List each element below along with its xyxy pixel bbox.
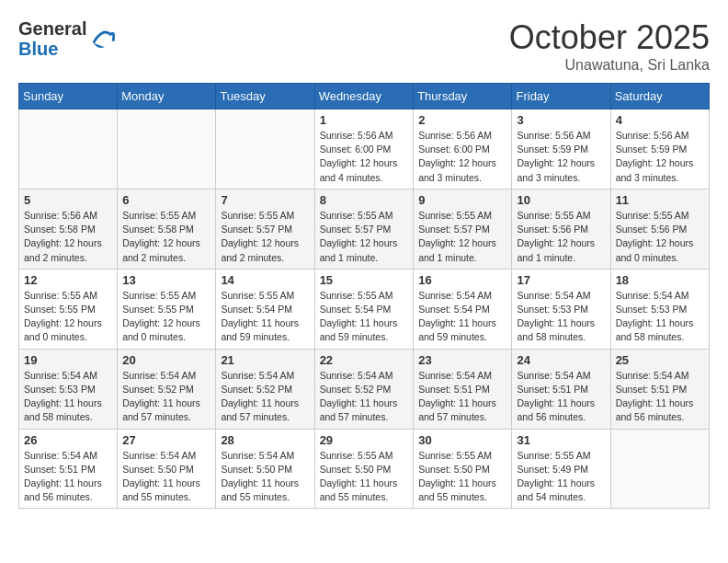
- title-block: October 2025 Unawatuna, Sri Lanka: [509, 18, 710, 74]
- cell-info: Sunrise: 5:55 AMSunset: 5:57 PMDaylight:…: [320, 209, 409, 265]
- day-number: 8: [320, 193, 409, 207]
- day-number: 18: [616, 273, 704, 287]
- calendar-cell: 26Sunrise: 5:54 AMSunset: 5:51 PMDayligh…: [19, 429, 118, 509]
- cell-info: Sunrise: 5:54 AMSunset: 5:53 PMDaylight:…: [616, 289, 704, 345]
- day-header-tuesday: Tuesday: [216, 84, 314, 109]
- cell-info: Sunrise: 5:54 AMSunset: 5:51 PMDaylight:…: [517, 369, 605, 425]
- day-number: 27: [122, 433, 210, 447]
- cell-info: Sunrise: 5:54 AMSunset: 5:52 PMDaylight:…: [122, 369, 210, 425]
- calendar-cell: 21Sunrise: 5:54 AMSunset: 5:52 PMDayligh…: [216, 349, 314, 429]
- day-header-wednesday: Wednesday: [314, 84, 414, 109]
- calendar-cell: 3Sunrise: 5:56 AMSunset: 5:59 PMDaylight…: [512, 109, 610, 190]
- day-number: 19: [24, 353, 112, 367]
- cell-info: Sunrise: 5:55 AMSunset: 5:50 PMDaylight:…: [418, 449, 506, 505]
- calendar-cell: 14Sunrise: 5:55 AMSunset: 5:54 PMDayligh…: [216, 269, 314, 349]
- cell-info: Sunrise: 5:55 AMSunset: 5:54 PMDaylight:…: [221, 289, 309, 345]
- month-title: October 2025: [509, 18, 710, 57]
- day-number: 11: [616, 193, 704, 207]
- day-header-friday: Friday: [512, 84, 610, 109]
- day-number: 13: [122, 273, 210, 287]
- day-number: 25: [616, 353, 704, 367]
- cell-info: Sunrise: 5:54 AMSunset: 5:53 PMDaylight:…: [517, 289, 605, 345]
- calendar-cell: 8Sunrise: 5:55 AMSunset: 5:57 PMDaylight…: [314, 189, 414, 269]
- calendar-cell: 23Sunrise: 5:54 AMSunset: 5:51 PMDayligh…: [414, 349, 512, 429]
- day-number: 21: [221, 353, 309, 367]
- calendar-table: SundayMondayTuesdayWednesdayThursdayFrid…: [18, 83, 710, 509]
- day-number: 5: [24, 193, 112, 207]
- day-number: 29: [320, 433, 409, 447]
- day-number: 12: [24, 273, 112, 287]
- calendar-cell: 30Sunrise: 5:55 AMSunset: 5:50 PMDayligh…: [414, 429, 512, 509]
- calendar-cell: 17Sunrise: 5:54 AMSunset: 5:53 PMDayligh…: [512, 269, 610, 349]
- calendar-cell: 4Sunrise: 5:56 AMSunset: 5:59 PMDaylight…: [610, 109, 709, 190]
- week-row-4: 19Sunrise: 5:54 AMSunset: 5:53 PMDayligh…: [19, 349, 710, 429]
- day-header-monday: Monday: [118, 84, 216, 109]
- calendar-cell: [610, 429, 709, 509]
- cell-info: Sunrise: 5:56 AMSunset: 5:58 PMDaylight:…: [24, 209, 112, 265]
- cell-info: Sunrise: 5:55 AMSunset: 5:58 PMDaylight:…: [122, 209, 210, 265]
- cell-info: Sunrise: 5:55 AMSunset: 5:54 PMDaylight:…: [320, 289, 409, 345]
- logo-general: General: [18, 18, 86, 39]
- page-header: General Blue October 2025 Unawatuna, Sri…: [18, 18, 710, 74]
- cell-info: Sunrise: 5:56 AMSunset: 6:00 PMDaylight:…: [320, 129, 409, 185]
- calendar-cell: 15Sunrise: 5:55 AMSunset: 5:54 PMDayligh…: [314, 269, 414, 349]
- cell-info: Sunrise: 5:55 AMSunset: 5:55 PMDaylight:…: [24, 289, 112, 345]
- calendar-cell: [216, 109, 314, 190]
- calendar-cell: 9Sunrise: 5:55 AMSunset: 5:57 PMDaylight…: [414, 189, 512, 269]
- calendar-cell: 27Sunrise: 5:54 AMSunset: 5:50 PMDayligh…: [118, 429, 216, 509]
- calendar-cell: 2Sunrise: 5:56 AMSunset: 6:00 PMDaylight…: [414, 109, 512, 190]
- day-number: 9: [418, 193, 506, 207]
- calendar-cell: 18Sunrise: 5:54 AMSunset: 5:53 PMDayligh…: [610, 269, 709, 349]
- day-number: 15: [320, 273, 409, 287]
- calendar-cell: 10Sunrise: 5:55 AMSunset: 5:56 PMDayligh…: [512, 189, 610, 269]
- calendar-cell: 5Sunrise: 5:56 AMSunset: 5:58 PMDaylight…: [19, 189, 118, 269]
- day-header-saturday: Saturday: [610, 84, 709, 109]
- cell-info: Sunrise: 5:54 AMSunset: 5:50 PMDaylight:…: [221, 449, 309, 505]
- cell-info: Sunrise: 5:55 AMSunset: 5:56 PMDaylight:…: [517, 209, 605, 265]
- cell-info: Sunrise: 5:55 AMSunset: 5:57 PMDaylight:…: [418, 209, 506, 265]
- day-number: 2: [418, 113, 506, 127]
- calendar-cell: 31Sunrise: 5:55 AMSunset: 5:49 PMDayligh…: [512, 429, 610, 509]
- location: Unawatuna, Sri Lanka: [509, 57, 710, 74]
- calendar-cell: 29Sunrise: 5:55 AMSunset: 5:50 PMDayligh…: [314, 429, 414, 509]
- day-number: 23: [418, 353, 506, 367]
- cell-info: Sunrise: 5:54 AMSunset: 5:51 PMDaylight:…: [24, 449, 112, 505]
- day-number: 16: [418, 273, 506, 287]
- cell-info: Sunrise: 5:56 AMSunset: 5:59 PMDaylight:…: [517, 129, 605, 185]
- calendar-cell: 20Sunrise: 5:54 AMSunset: 5:52 PMDayligh…: [118, 349, 216, 429]
- day-number: 24: [517, 353, 605, 367]
- calendar-cell: 1Sunrise: 5:56 AMSunset: 6:00 PMDaylight…: [314, 109, 414, 190]
- calendar-cell: 28Sunrise: 5:54 AMSunset: 5:50 PMDayligh…: [216, 429, 314, 509]
- day-number: 1: [320, 113, 409, 127]
- cell-info: Sunrise: 5:55 AMSunset: 5:56 PMDaylight:…: [616, 209, 704, 265]
- cell-info: Sunrise: 5:56 AMSunset: 6:00 PMDaylight:…: [418, 129, 506, 185]
- cell-info: Sunrise: 5:54 AMSunset: 5:53 PMDaylight:…: [24, 369, 112, 425]
- cell-info: Sunrise: 5:54 AMSunset: 5:52 PMDaylight:…: [320, 369, 409, 425]
- day-number: 6: [122, 193, 210, 207]
- calendar-cell: 11Sunrise: 5:55 AMSunset: 5:56 PMDayligh…: [610, 189, 709, 269]
- calendar-cell: 25Sunrise: 5:54 AMSunset: 5:51 PMDayligh…: [610, 349, 709, 429]
- calendar-cell: 12Sunrise: 5:55 AMSunset: 5:55 PMDayligh…: [19, 269, 118, 349]
- logo-blue: Blue: [18, 39, 58, 59]
- calendar-cell: 13Sunrise: 5:55 AMSunset: 5:55 PMDayligh…: [118, 269, 216, 349]
- day-number: 3: [517, 113, 605, 127]
- week-row-5: 26Sunrise: 5:54 AMSunset: 5:51 PMDayligh…: [19, 429, 710, 509]
- day-number: 30: [418, 433, 506, 447]
- cell-info: Sunrise: 5:55 AMSunset: 5:49 PMDaylight:…: [517, 449, 605, 505]
- day-number: 20: [122, 353, 210, 367]
- calendar-cell: [19, 109, 118, 190]
- cell-info: Sunrise: 5:54 AMSunset: 5:50 PMDaylight:…: [122, 449, 210, 505]
- week-row-1: 1Sunrise: 5:56 AMSunset: 6:00 PMDaylight…: [19, 109, 710, 190]
- cell-info: Sunrise: 5:54 AMSunset: 5:54 PMDaylight:…: [418, 289, 506, 345]
- calendar-cell: 16Sunrise: 5:54 AMSunset: 5:54 PMDayligh…: [414, 269, 512, 349]
- logo: General Blue: [18, 18, 115, 59]
- cell-info: Sunrise: 5:55 AMSunset: 5:50 PMDaylight:…: [320, 449, 409, 505]
- calendar-cell: 19Sunrise: 5:54 AMSunset: 5:53 PMDayligh…: [19, 349, 118, 429]
- day-header-thursday: Thursday: [414, 84, 512, 109]
- calendar-header-row: SundayMondayTuesdayWednesdayThursdayFrid…: [19, 84, 710, 109]
- week-row-2: 5Sunrise: 5:56 AMSunset: 5:58 PMDaylight…: [19, 189, 710, 269]
- day-number: 14: [221, 273, 309, 287]
- day-number: 10: [517, 193, 605, 207]
- cell-info: Sunrise: 5:55 AMSunset: 5:55 PMDaylight:…: [122, 289, 210, 345]
- day-number: 4: [616, 113, 704, 127]
